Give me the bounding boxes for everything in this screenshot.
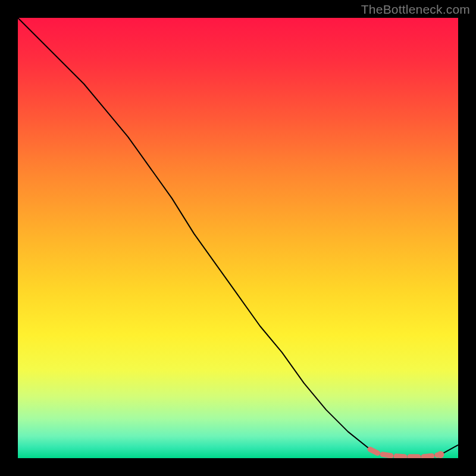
plot-area [18,18,458,458]
watermark-text: TheBottleneck.com [361,2,470,17]
optimal-point-marker [437,451,444,458]
plot-svg [18,18,458,458]
chart-stage: TheBottleneck.com [0,0,476,476]
